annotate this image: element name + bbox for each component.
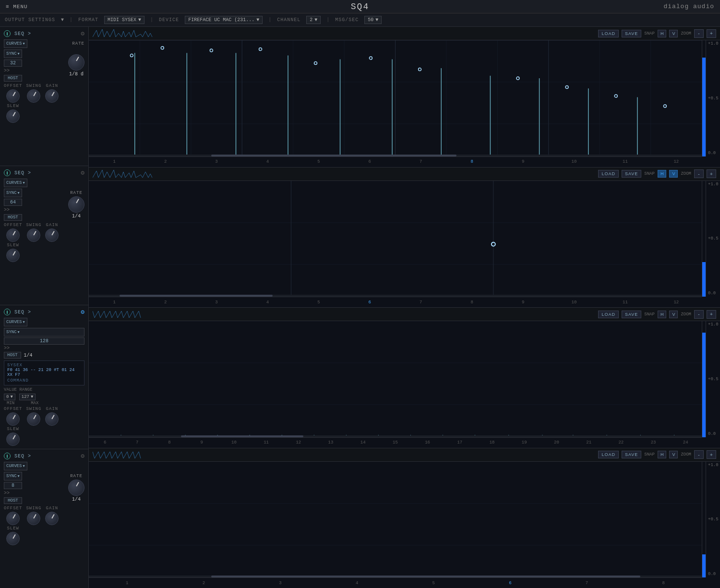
seq4-save-button[interactable]: SAVE [622, 451, 641, 458]
seq2-power-button[interactable] [4, 169, 11, 176]
seq3-grid-svg [89, 321, 702, 448]
seq4-rate-knob[interactable] [68, 480, 84, 496]
seq1-host-button[interactable]: HOST [4, 75, 22, 82]
seq1-slew-knob[interactable] [6, 109, 20, 123]
seq-grid-3[interactable]: LOAD SAVE SNAP H V ZOOM - + [89, 308, 720, 448]
seq1-gain-knob[interactable] [45, 89, 59, 103]
seq4-settings-icon[interactable]: ⚙ [81, 452, 84, 460]
seq1-snap-h-button[interactable]: H [658, 30, 667, 37]
seq4-grid-canvas[interactable]: +1.0 +0.5 0.0 1 2 3 4 5 6 7 8 [89, 462, 720, 588]
seq2-snap-v-button[interactable]: V [669, 170, 678, 178]
seq2-save-button[interactable]: SAVE [622, 170, 641, 178]
seq3-snap-v-button[interactable]: V [669, 311, 678, 318]
max-value-box[interactable]: 127 ▼ [19, 394, 36, 400]
seq1-scrollbar[interactable] [89, 155, 702, 156]
seq3-scrollbar[interactable] [89, 435, 702, 437]
seq4-dbl-arrow[interactable]: >> [4, 491, 22, 496]
seq3-slew-knob[interactable] [6, 432, 20, 446]
seq-grid-2[interactable]: LOAD SAVE SNAP H V ZOOM - + [89, 168, 720, 308]
seq3-power-button[interactable] [4, 309, 11, 315]
msgsec-dropdown[interactable]: 50 ▼ [364, 16, 382, 24]
seq4-offset-knob[interactable] [6, 512, 20, 525]
seq2-rate-knob[interactable] [68, 196, 84, 213]
seq1-settings-icon[interactable]: ⚙ [81, 30, 84, 37]
seq3-save-button[interactable]: SAVE [622, 311, 641, 318]
seq1-save-button[interactable]: SAVE [622, 30, 641, 37]
seq4-zoom-minus-button[interactable]: - [694, 450, 704, 459]
seq2-label: SEQ > [14, 170, 31, 176]
seq3-gain-knob[interactable] [45, 412, 59, 426]
seq1-snap-v-button[interactable]: V [669, 30, 678, 37]
seq-grid-1[interactable]: LOAD SAVE SNAP H V ZOOM - + [89, 27, 720, 168]
seq3-host-button[interactable]: HOST [4, 352, 21, 359]
seq4-gain-knob[interactable] [45, 512, 59, 525]
seq3-mode-dropdown[interactable]: CURVES▼ [4, 318, 27, 326]
seq3-dbl-arrow[interactable]: >> [4, 346, 84, 351]
seq2-host-button[interactable]: HOST [4, 214, 22, 221]
seq2-snap-h-button[interactable]: H [658, 170, 667, 178]
seq3-zoom-plus-button[interactable]: + [707, 310, 716, 319]
seq1-sync-dropdown[interactable]: SYNC▼ [4, 49, 22, 58]
seq3-label: SEQ > [14, 310, 31, 315]
seq4-host-button[interactable]: HOST [4, 497, 22, 504]
seq3-snap-h-button[interactable]: H [658, 311, 667, 318]
seq2-swing-knob[interactable] [27, 228, 40, 242]
seq3-settings-icon[interactable]: ⚙ [81, 308, 84, 316]
seq4-zoom-plus-button[interactable]: + [707, 450, 716, 459]
seq3-grid-canvas[interactable]: +1.0 +0.5 0.0 6 7 8 9 10 11 12 13 14 [89, 321, 720, 448]
seq1-offset-knob[interactable] [6, 89, 20, 103]
seq4-snap-h-button[interactable]: H [658, 451, 667, 458]
seq2-offset-knob[interactable] [6, 228, 20, 242]
channel-label: CHANNEL [277, 17, 300, 23]
min-value-box[interactable]: 0 ▼ [4, 394, 15, 400]
svg-rect-50 [89, 181, 702, 308]
seq4-scrollbar[interactable] [89, 576, 702, 577]
seq2-dbl-arrow[interactable]: >> [4, 207, 22, 213]
seq3-offset-knob[interactable] [6, 412, 20, 426]
seq1-swing-knob[interactable] [27, 89, 40, 103]
seq2-grid-canvas[interactable]: +1.0 +0.5 0.0 1 2 3 4 5 6 7 8 9 1 [89, 181, 720, 308]
seq1-zoom-plus-button[interactable]: + [707, 29, 716, 38]
format-dropdown[interactable]: MIDI SYSEX ▼ [104, 16, 144, 24]
channel-dropdown[interactable]: 2 ▼ [306, 16, 321, 24]
seq2-sync-dropdown[interactable]: SYNC▼ [4, 189, 22, 197]
seq2-slew-knob[interactable] [6, 249, 20, 262]
seq4-load-button[interactable]: LOAD [598, 451, 619, 458]
seq2-load-button[interactable]: LOAD [598, 170, 619, 178]
seq4-power-button[interactable] [4, 453, 11, 459]
seq1-dbl-arrow[interactable]: >> [4, 68, 22, 73]
seq2-scale: +1.0 +0.5 0.0 [706, 181, 720, 297]
seq4-snap-v-button[interactable]: V [669, 451, 678, 458]
seq2-mode-dropdown[interactable]: CURVES▼ [4, 179, 27, 187]
device-dropdown[interactable]: FIREFACE UC MAC (231... ▼ [185, 16, 263, 24]
seq2-zoom-plus-button[interactable]: + [707, 169, 716, 178]
seq1-zoom-minus-button[interactable]: - [694, 29, 704, 38]
seq2-grid-topbar: LOAD SAVE SNAP H V ZOOM - + [89, 168, 720, 181]
output-settings-label: OUTPUT SETTINGS [5, 17, 55, 23]
seq4-mode-dropdown[interactable]: CURVES▼ [4, 462, 27, 470]
seq1-mode-dropdown[interactable]: CURVES▼ [4, 39, 27, 48]
seq2-gain-knob[interactable] [45, 228, 59, 242]
seq1-power-button[interactable] [4, 30, 11, 37]
seq2-grid-svg [89, 181, 702, 308]
seq1-grid-canvas[interactable]: +1.0 +0.5 0.0 1 2 3 4 5 6 7 8 9 [89, 40, 720, 167]
seq3-load-button[interactable]: LOAD [598, 311, 619, 318]
seq3-zoom-minus-button[interactable]: - [694, 310, 704, 319]
seq-grid-4[interactable]: LOAD SAVE SNAP H V ZOOM - + [89, 448, 720, 588]
seq3-sync-dropdown[interactable]: SYNC▼ [4, 328, 84, 336]
seq2-zoom-minus-button[interactable]: - [694, 169, 704, 178]
seq3-swing-knob[interactable] [27, 412, 40, 426]
max-value: 127 [22, 395, 29, 399]
seq-panel-4: SEQ > ⚙ CURVES▼ SYNC▼ 8 >> HOST [0, 449, 88, 588]
main-layout: SEQ > ⚙ CURVES▼ RATE SYNC▼ 32 >> [0, 27, 720, 588]
seq4-grid-topbar: LOAD SAVE SNAP H V ZOOM - + [89, 448, 720, 462]
seq4-slew-knob[interactable] [6, 532, 20, 545]
seq4-swing-knob[interactable] [27, 512, 40, 525]
top-bar: ≡ MENU SQ4 dialog audio [0, 0, 720, 13]
seq2-scrollbar[interactable] [89, 295, 702, 297]
seq2-settings-icon[interactable]: ⚙ [81, 169, 84, 177]
seq4-sync-dropdown[interactable]: SYNC▼ [4, 472, 22, 480]
menu-button[interactable]: ≡ MENU [6, 4, 28, 10]
seq1-rate-knob[interactable] [68, 54, 84, 71]
seq1-load-button[interactable]: LOAD [598, 30, 619, 37]
